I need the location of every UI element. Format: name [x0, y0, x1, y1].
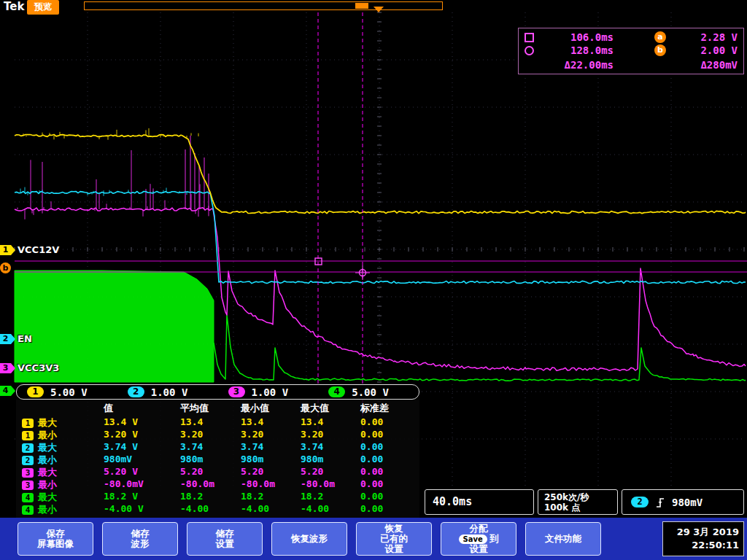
menu-button-recall-setup[interactable]: 恢复已有的设置 — [356, 522, 432, 556]
menu-button-save-waveform[interactable]: 储存波形 — [102, 522, 178, 556]
ch2-arrow-icon — [11, 334, 15, 344]
ch2-ground-badge[interactable]: 2 — [0, 334, 11, 344]
ch2-badge: 2 — [22, 456, 34, 465]
cursor-readout-box: 106.0msa2.28 V128.0msb2.00 V Δ22.00ms Δ2… — [518, 28, 744, 74]
trigger-position-icon[interactable] — [374, 7, 384, 12]
measurement-value: 3.74 — [180, 441, 203, 452]
cursor-circle-icon — [525, 46, 534, 55]
measurement-value: 3.20 — [180, 429, 203, 440]
measurement-value: 18.2 — [241, 491, 263, 502]
ch1-scale[interactable]: 15.00 V — [17, 386, 117, 398]
measurement-value: 13.4 — [301, 416, 323, 427]
cursor-b-time: 128.0ms — [543, 44, 614, 56]
ch3-arrow-icon — [11, 363, 15, 373]
trigger-level-value: 980mV — [672, 497, 703, 508]
ch4-ground-badge[interactable]: 4 — [0, 386, 11, 396]
horizontal-scale-box[interactable]: 40.0ms — [425, 489, 534, 515]
expansion-point-marker — [355, 3, 368, 9]
cursor-square-icon — [525, 33, 534, 42]
measurement-value: 0.00 — [360, 478, 383, 489]
measurement-value: -80.0m — [241, 478, 275, 489]
ch4-badge: 4 — [22, 493, 34, 502]
measurement-row-label: 2最小 — [22, 454, 57, 467]
measurement-header: 平均值 — [180, 402, 209, 415]
menu-button-file-utilities[interactable]: 文件功能 — [525, 522, 601, 556]
menu-button-recall-waveform[interactable]: 恢复波形 — [271, 522, 347, 556]
ch1-ground-badge[interactable]: 1 — [0, 245, 11, 255]
measurement-value: -4.00 V — [104, 503, 144, 514]
cursor-a-volt: 2.28 V — [670, 31, 738, 43]
cursor-b-marker[interactable]: b — [0, 262, 11, 273]
menu-button-assign-save-to-setup[interactable]: 分配Save到设置 — [441, 522, 516, 556]
ch3-position-marker[interactable]: 3VCC3V3 — [0, 362, 59, 373]
ch4-arrow-icon — [11, 386, 15, 396]
measurement-value: 13.4 — [180, 416, 203, 427]
ch4-badge: 4 — [22, 505, 34, 515]
ch1-position-marker[interactable]: 1VCC12V — [0, 244, 59, 255]
measurement-row-label: 3最小 — [22, 478, 57, 491]
measurement-row-label: 2最大 — [22, 441, 57, 454]
ch1-badge: 1 — [22, 419, 34, 428]
measurement-value: -80.0m — [180, 478, 214, 489]
measurement-value: 3.20 V — [104, 429, 138, 440]
measurement-value: 0.00 — [360, 416, 383, 427]
measurement-value: 5.20 — [241, 466, 263, 477]
measurement-row-label: 1最大 — [22, 416, 57, 429]
cursor-a-time: 106.0ms — [543, 31, 614, 43]
measurement-value: 980m — [301, 454, 323, 464]
datetime-box: 29 3月 2019 22:50:11 — [662, 521, 744, 556]
menu-button-save-screen-image[interactable]: 保存屏幕图像 — [18, 522, 93, 556]
channel-scale-bar[interactable]: 15.00 V21.00 V31.00 V45.00 V — [16, 384, 419, 400]
measurement-value: 0.00 — [360, 454, 383, 464]
ch4-badge: 4 — [328, 386, 345, 397]
measurement-value: 3.20 — [301, 429, 323, 440]
ch3-badge: 3 — [228, 386, 245, 397]
ch3-scale[interactable]: 31.00 V — [218, 386, 319, 398]
measurement-value: 5.20 — [301, 466, 323, 477]
acquisition-preview-bar — [84, 1, 443, 10]
acquisition-box[interactable]: 250k次/秒 100k 点 — [538, 489, 618, 515]
ch2-position-marker[interactable]: 2EN — [0, 333, 32, 344]
ch2-badge: 2 — [22, 443, 34, 453]
measurement-value: 3.74 V — [104, 441, 138, 452]
cursor-row-b: 128.0msb2.00 V — [525, 44, 738, 57]
ch3-badge: 3 — [22, 468, 34, 478]
cursor-a-badge: a — [654, 31, 666, 43]
time-per-div-value: 40.0ms — [433, 495, 472, 508]
ch1-arrow-icon — [11, 245, 15, 255]
measurement-value: 0.00 — [360, 466, 383, 477]
ch3-ground-badge[interactable]: 3 — [0, 363, 11, 373]
ch3-volts-per-div: 1.00 V — [252, 386, 289, 398]
bottom-menu-bar: 保存屏幕图像储存波形储存设置恢复波形恢复已有的设置分配Save到设置文件功能 2… — [0, 518, 747, 560]
measurement-value: 18.2 — [180, 491, 203, 502]
measurement-value: -4.00 — [301, 503, 329, 514]
measurement-header: 最大值 — [301, 402, 329, 415]
ch2-volts-per-div: 1.00 V — [151, 386, 188, 398]
measurement-value: 18.2 — [301, 491, 323, 502]
measurement-value: -80.0m — [301, 478, 335, 489]
ch1-volts-per-div: 5.00 V — [50, 386, 88, 398]
ch4-volts-per-div: 5.00 V — [352, 386, 389, 398]
menu-button-save-setup[interactable]: 储存设置 — [187, 522, 263, 556]
rising-edge-icon — [655, 496, 665, 509]
ch1-badge: 1 — [22, 431, 34, 440]
ch4-scale[interactable]: 45.00 V — [318, 386, 419, 398]
measurement-value: 980m — [241, 454, 263, 464]
oscilloscope-screen: Tek 预览 1VCC12Vb2EN3VCC3V34 106.0msa2.28 … — [0, 0, 747, 560]
measurement-value: 18.2 V — [104, 491, 138, 502]
sample-rate-value: 250k次/秒 — [544, 492, 617, 502]
ch1-badge: 1 — [27, 386, 44, 397]
trigger-source-badge: 2 — [631, 497, 649, 508]
ch2-scale[interactable]: 21.00 V — [117, 386, 218, 398]
chb-position-marker[interactable]: b — [0, 262, 11, 273]
trigger-box[interactable]: 2 980mV — [622, 489, 744, 515]
delta-volt-value: Δ280mV — [670, 59, 738, 71]
measurement-row-label: 4最大 — [22, 491, 57, 504]
ch4-position-marker[interactable]: 4 — [0, 386, 15, 396]
measurement-value: 0.00 — [360, 491, 383, 502]
measurement-value: 3.74 — [241, 441, 263, 452]
measurement-header: 最小值 — [241, 402, 269, 415]
measurement-value: 3.74 — [301, 441, 323, 452]
measurement-row-label: 1最小 — [22, 429, 57, 442]
cursor-delta-row: Δ22.00ms Δ280mV — [525, 58, 738, 71]
